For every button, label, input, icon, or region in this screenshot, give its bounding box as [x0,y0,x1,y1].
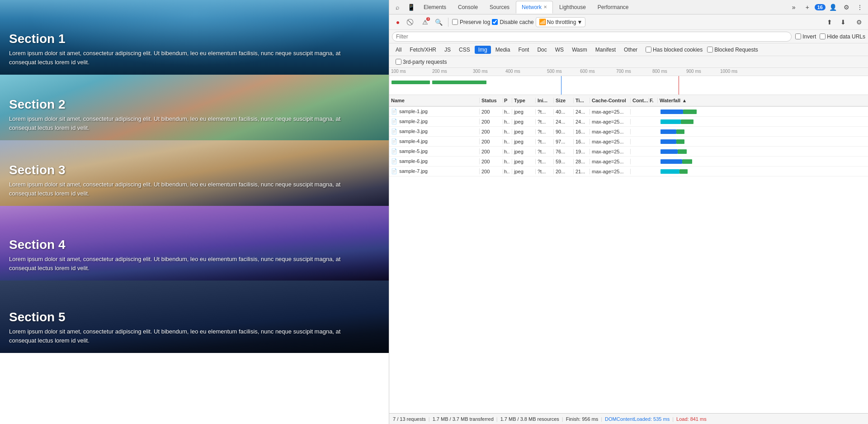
tab-elements[interactable]: Elements [418,1,452,14]
waterfall-bar-blue-2 [660,129,676,134]
timeline-load-line [679,76,679,95]
type-btn-fetchxhr[interactable]: Fetch/XHR [406,46,440,54]
section-2-text: Lorem ipsum dolor sit amet, consectetur … [9,114,348,132]
cell-size-2: 90... [554,129,574,134]
devtools-3rdparty-bar: 3rd-party requests [389,56,868,68]
record-button[interactable]: ● [392,16,404,28]
table-row[interactable]: 📄sample-5.jpg 200 h.. jpeg ?t... 76... 1… [389,147,868,157]
table-row[interactable]: 📄sample-3.jpg 200 h.. jpeg ?t... 90... 1… [389,127,868,137]
cell-time-3: 16... [574,139,590,144]
hide-data-urls-label: Hide data URLs [827,33,865,40]
sort-indicator-icon: ▴ [683,98,686,103]
tab-performance[interactable]: Performance [592,1,634,14]
disable-cache-checkbox[interactable] [492,19,498,25]
cell-type-4: jpeg [512,149,536,154]
col-header-cont[interactable]: Cont... [631,98,649,103]
col-header-cache[interactable]: Cache-Control [590,98,631,103]
profile-button[interactable]: 👤 [826,1,839,14]
tab-console[interactable]: Console [453,1,483,14]
table-row[interactable]: 📄sample-6.jpg 200 h.. jpeg ?t... 59... 2… [389,157,868,167]
type-btn-other[interactable]: Other [620,46,641,54]
settings-button[interactable]: ⚙ [840,1,853,14]
section-4: Section 4 Lorem ipsum dolor sit amet, co… [0,206,389,281]
blocked-requests-checkbox[interactable] [707,47,713,52]
devtools-network-table[interactable]: Name Status P Type Ini... Size Ti... Cac… [389,95,868,413]
invert-checkbox[interactable] [795,33,801,39]
3rdparty-label[interactable]: 3rd-party requests [396,59,447,65]
col-header-status[interactable]: Status [480,98,503,103]
timeline-chart[interactable] [389,76,868,95]
status-finish: Finish: 956 ms [566,416,599,422]
type-btn-img[interactable]: Img [475,46,491,54]
waterfall-bar-green-1 [681,119,693,124]
cell-time-4: 19... [574,149,590,154]
col-header-f[interactable]: F. [649,98,658,103]
table-header: Name Status P Type Ini... Size Ti... Cac… [389,95,868,107]
table-row[interactable]: 📄sample-2.jpg 200 h.. jpeg ?t... 24... 2… [389,117,868,127]
preserve-log-checkbox-label[interactable]: Preserve log [452,19,490,25]
cell-cache-2: max-age=25... [590,129,631,134]
type-btn-doc[interactable]: Doc [533,46,550,54]
tab-sources[interactable]: Sources [484,1,515,14]
waterfall-bar-blue-5 [660,159,682,164]
cell-p-0: h.. [503,109,512,114]
col-header-name[interactable]: Name [389,98,480,103]
has-blocked-cookies-checkbox[interactable] [646,47,651,52]
network-settings-button[interactable]: ⚙ [853,16,865,29]
type-btn-css[interactable]: CSS [455,46,474,54]
clear-button[interactable]: ⃠ [406,16,417,28]
filter-input[interactable] [392,32,792,42]
type-btn-font[interactable]: Font [514,46,533,54]
cell-p-6: h.. [503,169,512,174]
ruler-tick-600: 600 ms [579,68,595,74]
waterfall-bar-green-0 [683,110,697,114]
file-icon-0: 📄 [391,109,397,114]
waterfall-bar-blue-4 [660,149,678,154]
cell-ini-3: ?t... [536,139,554,144]
blocked-requests-label[interactable]: Blocked Requests [707,47,758,53]
col-header-waterfall[interactable]: Waterfall ▴ [658,98,868,104]
hide-data-urls-checkbox-label[interactable]: Hide data URLs [820,33,865,40]
has-blocked-cookies-label[interactable]: Has blocked cookies [646,47,703,53]
waterfall-bar-blue-1 [660,119,681,124]
tab-network-close-icon[interactable]: ✕ [543,5,547,10]
type-btn-media[interactable]: Media [492,46,514,54]
type-btn-js[interactable]: JS [441,46,454,54]
throttling-label: No throttling [547,19,576,25]
type-btn-all[interactable]: All [392,46,405,54]
invert-checkbox-label[interactable]: Invert [795,33,816,40]
table-row[interactable]: 📄sample-7.jpg 200 h.. jpeg ?t... 20... 2… [389,167,868,176]
has-blocked-cookies-text: Has blocked cookies [653,47,703,53]
search-button[interactable]: 🔍 [433,16,444,28]
type-btn-wasm[interactable]: Wasm [568,46,591,54]
throttling-dropdown[interactable]: 📶 No throttling ▼ [536,17,586,27]
col-header-ini[interactable]: Ini... [536,98,554,103]
waterfall-bar-green-4 [678,149,687,154]
devtools-device-button[interactable]: 📱 [405,1,417,14]
col-header-size[interactable]: Size [554,98,574,103]
tab-lighthouse[interactable]: Lighthouse [554,1,591,14]
export-button[interactable]: ⬇ [837,16,849,28]
type-btn-manifest[interactable]: Manifest [592,46,619,54]
error-badge-button[interactable]: ⚠ 3 [419,16,431,28]
devtools-inspect-button[interactable]: ⌕ [391,1,404,14]
disable-cache-checkbox-label[interactable]: Disable cache [492,19,533,25]
type-btn-ws[interactable]: WS [552,46,567,54]
col-header-p[interactable]: P [503,98,512,103]
table-row[interactable]: 📄sample-4.jpg 200 h.. jpeg ?t... 97... 1… [389,137,868,147]
tab-network[interactable]: Network ✕ [516,1,553,14]
status-resources: 1.7 MB / 3.8 MB resources [500,416,559,422]
cell-type-1: jpeg [512,119,536,124]
tab-overflow-button[interactable]: » [788,1,800,14]
preserve-log-checkbox[interactable] [452,19,458,25]
table-row[interactable]: 📄sample-1.jpg 200 h.. jpeg ?t... 40... 2… [389,107,868,117]
3rdparty-checkbox[interactable] [396,59,401,65]
disable-cache-label: Disable cache [500,19,533,25]
add-tab-button[interactable]: + [801,1,814,14]
import-button[interactable]: ⬆ [824,16,835,28]
col-header-time[interactable]: Ti... [574,98,590,103]
hide-data-urls-checkbox[interactable] [820,33,826,39]
more-options-button[interactable]: ⋮ [854,1,866,14]
issues-badge[interactable]: 16 [815,4,826,10]
col-header-type[interactable]: Type [512,98,536,103]
